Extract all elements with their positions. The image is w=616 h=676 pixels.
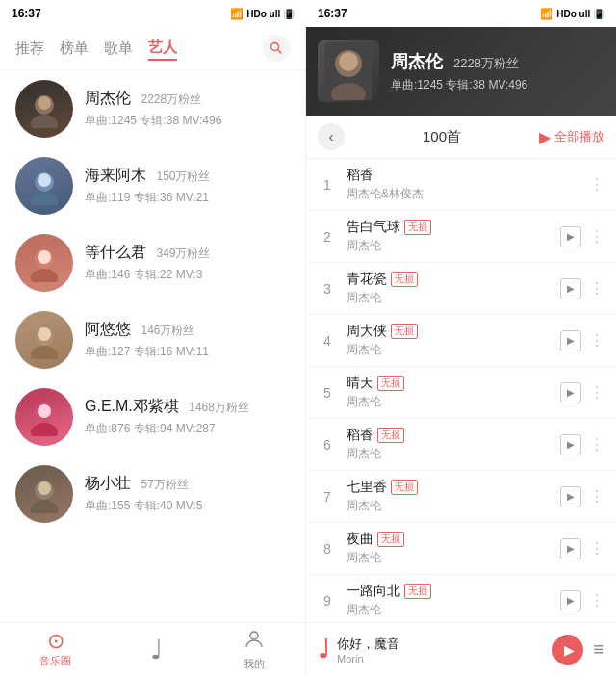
song-item[interactable]: 5 晴天 无损 周杰伦 ▶ ⋮ bbox=[306, 367, 616, 419]
song-title: 一路向北 bbox=[346, 583, 400, 600]
artist-item[interactable]: 杨小壮 57万粉丝 单曲:155 专辑:40 MV:5 bbox=[0, 455, 305, 533]
song-title: 夜曲 bbox=[346, 531, 373, 548]
song-item[interactable]: 2 告白气球 无损 周杰伦 ▶ ⋮ bbox=[306, 211, 616, 263]
artist-name: 阿悠悠 146万粉丝 bbox=[85, 320, 290, 340]
tab-recommend[interactable]: 推荐 bbox=[15, 38, 44, 60]
song-info: 七里香 无损 周杰伦 bbox=[346, 479, 551, 514]
mv-play-icon[interactable]: ▶ bbox=[560, 590, 581, 611]
player-subtitle: Morin bbox=[337, 653, 545, 664]
player-info: 你好，魔音 Morin bbox=[337, 636, 545, 664]
song-artist: 周杰伦 bbox=[346, 498, 551, 514]
artist-info: 等什么君 349万粉丝 单曲:146 专辑:22 MV:3 bbox=[85, 243, 290, 283]
more-icon[interactable]: ⋮ bbox=[589, 385, 604, 401]
mv-play-icon[interactable]: ▶ bbox=[560, 434, 581, 455]
avatar bbox=[15, 465, 73, 523]
more-icon[interactable]: ⋮ bbox=[589, 333, 604, 349]
svg-point-3 bbox=[31, 115, 58, 128]
song-info: 告白气球 无损 周杰伦 bbox=[346, 219, 551, 254]
song-actions: ▶ ⋮ bbox=[560, 382, 604, 403]
mv-play-icon[interactable]: ▶ bbox=[560, 278, 581, 299]
player-title: 你好，魔音 bbox=[337, 636, 545, 653]
song-number: 5 bbox=[318, 385, 337, 401]
play-pause-button[interactable]: ▶ bbox=[552, 635, 583, 665]
artist-item[interactable]: 周杰伦 2228万粉丝 单曲:1245 专辑:38 MV:496 bbox=[0, 70, 305, 147]
more-icon[interactable]: ⋮ bbox=[589, 177, 604, 193]
left-time: 16:37 bbox=[12, 7, 41, 20]
quality-tag: 无损 bbox=[404, 220, 431, 235]
song-info: 稻香 周杰伦&林俊杰 bbox=[346, 167, 579, 202]
song-item[interactable]: 8 夜曲 无损 周杰伦 ▶ ⋮ bbox=[306, 523, 616, 575]
song-number: 3 bbox=[318, 281, 337, 297]
song-item[interactable]: 6 稻香 无损 周杰伦 ▶ ⋮ bbox=[306, 419, 616, 471]
more-icon[interactable]: ⋮ bbox=[589, 541, 604, 557]
more-icon[interactable]: ⋮ bbox=[589, 229, 604, 245]
mv-play-icon[interactable]: ▶ bbox=[560, 382, 581, 403]
play-all-button[interactable]: ▶ 全部播放 bbox=[539, 128, 604, 146]
artist-stats: 单曲:146 专辑:22 MV:3 bbox=[85, 267, 290, 283]
quality-tag: 无损 bbox=[377, 428, 404, 443]
quality-tag: 无损 bbox=[391, 324, 418, 339]
svg-point-7 bbox=[38, 173, 51, 187]
song-number: 9 bbox=[318, 593, 337, 609]
more-icon[interactable]: ⋮ bbox=[589, 281, 604, 297]
nav-music-circle-label: 音乐圈 bbox=[39, 654, 71, 668]
song-item[interactable]: 9 一路向北 无损 周杰伦 ▶ ⋮ bbox=[306, 575, 616, 622]
song-list: 1 稻香 周杰伦&林俊杰 ⋮ 2 告白气球 无损 bbox=[306, 159, 616, 622]
artist-item[interactable]: 海来阿木 150万粉丝 单曲:119 专辑:36 MV:21 bbox=[0, 147, 305, 224]
mv-play-icon[interactable]: ▶ bbox=[560, 226, 581, 247]
song-actions: ▶ ⋮ bbox=[560, 538, 604, 559]
song-item[interactable]: 4 周大侠 无损 周杰伦 ▶ ⋮ bbox=[306, 315, 616, 367]
tab-artists[interactable]: 艺人 bbox=[148, 37, 177, 61]
song-item[interactable]: 7 七里香 无损 周杰伦 ▶ ⋮ bbox=[306, 471, 616, 523]
tab-songs[interactable]: 歌单 bbox=[104, 38, 133, 60]
artist-info: G.E.M.邓紫棋 1468万粉丝 单曲:876 专辑:94 MV:287 bbox=[85, 397, 290, 437]
artist-stats: 单曲:155 专辑:40 MV:5 bbox=[85, 498, 290, 514]
song-title: 七里香 bbox=[346, 479, 387, 496]
artist-item[interactable]: 阿悠悠 146万粉丝 单曲:127 专辑:16 MV:11 bbox=[0, 301, 305, 378]
play-all-label: 全部播放 bbox=[554, 128, 604, 145]
artist-header-name: 周杰伦 2228万粉丝 bbox=[391, 50, 527, 73]
fans-count: 1468万粉丝 bbox=[189, 401, 249, 414]
quality-tag: 无损 bbox=[377, 532, 404, 547]
song-info: 青花瓷 无损 周杰伦 bbox=[346, 271, 551, 306]
song-title: 稻香 bbox=[346, 167, 373, 184]
right-time: 16:37 bbox=[318, 7, 347, 20]
mv-play-icon[interactable]: ▶ bbox=[560, 538, 581, 559]
svg-point-9 bbox=[31, 269, 58, 282]
song-item[interactable]: 1 稻香 周杰伦&林俊杰 ⋮ bbox=[306, 159, 616, 211]
artist-header: 周杰伦 2228万粉丝 单曲:1245 专辑:38 MV:496 bbox=[306, 27, 616, 116]
right-signal: HDo ull 📳 bbox=[556, 9, 604, 19]
song-artist: 周杰伦 bbox=[346, 342, 551, 358]
svg-point-12 bbox=[31, 346, 58, 359]
nav-home[interactable]: ♩ bbox=[150, 637, 163, 663]
artist-item[interactable]: 等什么君 349万粉丝 单曲:146 专辑:22 MV:3 bbox=[0, 224, 305, 301]
back-button[interactable]: ‹ bbox=[318, 123, 345, 150]
tab-charts[interactable]: 榜单 bbox=[60, 38, 89, 60]
svg-line-1 bbox=[278, 50, 282, 54]
song-title: 稻香 bbox=[346, 427, 373, 444]
avatar bbox=[15, 157, 73, 215]
fans-count: 2228万粉丝 bbox=[141, 92, 201, 106]
artist-stats: 单曲:1245 专辑:38 MV:496 bbox=[85, 113, 290, 129]
nav-profile[interactable]: 我的 bbox=[243, 628, 266, 671]
song-item[interactable]: 3 青花瓷 无损 周杰伦 ▶ ⋮ bbox=[306, 263, 616, 315]
more-icon[interactable]: ⋮ bbox=[589, 437, 604, 453]
quality-tag: 无损 bbox=[391, 272, 418, 287]
song-number: 1 bbox=[318, 177, 337, 193]
nav-music-circle[interactable]: ⊙ 音乐圈 bbox=[39, 631, 71, 668]
song-info: 晴天 无损 周杰伦 bbox=[346, 375, 551, 410]
mv-play-icon[interactable]: ▶ bbox=[560, 486, 581, 507]
artist-item[interactable]: G.E.M.邓紫棋 1468万粉丝 单曲:876 专辑:94 MV:287 bbox=[0, 378, 305, 455]
song-actions: ▶ ⋮ bbox=[560, 330, 604, 351]
song-artist: 周杰伦 bbox=[346, 602, 551, 618]
mv-play-icon[interactable]: ▶ bbox=[560, 330, 581, 351]
nav-tabs: 推荐 榜单 歌单 艺人 bbox=[0, 27, 305, 70]
svg-point-18 bbox=[31, 500, 58, 513]
more-icon[interactable]: ⋮ bbox=[589, 489, 604, 505]
search-button[interactable] bbox=[263, 35, 290, 62]
playlist-icon[interactable]: ≡ bbox=[593, 638, 604, 661]
svg-point-4 bbox=[38, 96, 51, 110]
avatar bbox=[15, 388, 73, 446]
artist-name: 海来阿木 150万粉丝 bbox=[85, 166, 290, 186]
more-icon[interactable]: ⋮ bbox=[589, 593, 604, 609]
